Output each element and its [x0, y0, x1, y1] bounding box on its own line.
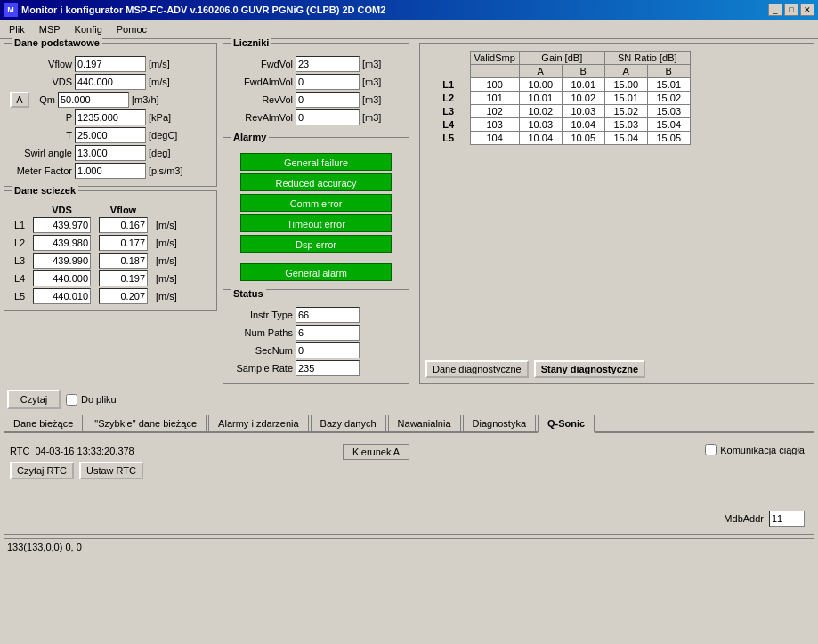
tab-dane-biezace[interactable]: Dane bieżące: [4, 415, 83, 431]
table-l4-gain-a: 10.03: [519, 118, 562, 132]
qm-label: Qm: [32, 94, 55, 105]
diag-buttons-row: Dane diagnostyczne Stany diagnostyczne: [425, 360, 645, 378]
tab-alarmy[interactable]: Alarmy i zdarzenia: [208, 415, 308, 431]
sample-rate-input[interactable]: [296, 360, 360, 376]
sciezek-l2-vflow[interactable]: [99, 235, 148, 251]
sciezek-l5-vflow[interactable]: [99, 288, 148, 304]
tab-bazy[interactable]: Bazy danych: [311, 415, 386, 431]
left-col: Dane podstawowe Vflow [m/s] VDS [m/s]: [4, 43, 217, 384]
czytaj-button[interactable]: Czytaj: [7, 390, 61, 409]
secnum-label: SecNum: [229, 345, 293, 356]
field-meter-factor: Meter Factor [pls/m3]: [10, 163, 211, 179]
status-bar: 133(133,0,0) 0, 0: [4, 538, 814, 554]
menu-msp[interactable]: MSP: [32, 22, 68, 36]
qm-input[interactable]: [58, 92, 129, 108]
dsp-error-button[interactable]: Dsp error: [240, 235, 392, 253]
table-l4-sn-b: 15.04: [647, 118, 690, 132]
maximize-button[interactable]: □: [784, 4, 798, 16]
table-l4-label: L4: [427, 118, 470, 132]
vds-input[interactable]: [75, 74, 146, 90]
field-revvol: RevVol [m3]: [229, 92, 403, 108]
table-l1-gain-b: 10.01: [562, 78, 604, 92]
stany-diagnostyczne-button[interactable]: Stany diagnostyczne: [534, 360, 645, 378]
table-l1-sn-b: 15.01: [647, 78, 690, 92]
empty-header: [427, 52, 470, 65]
close-button[interactable]: ✕: [800, 4, 814, 16]
czytaj-row: Czytaj Do pliku: [4, 388, 814, 411]
num-paths-input[interactable]: [296, 325, 360, 341]
fwdvol-input[interactable]: [296, 56, 360, 72]
sciezek-l5-label: L5: [10, 287, 29, 305]
table-l3-gain-a: 10.02: [519, 105, 562, 118]
fwdvol-label: FwdVol: [229, 59, 293, 69]
instr-type-input[interactable]: [296, 307, 360, 323]
menu-plik[interactable]: Plik: [2, 22, 32, 36]
general-alarm-button[interactable]: General alarm: [240, 263, 392, 281]
gain-b-header: B: [562, 65, 604, 78]
sciezek-l1-vflow[interactable]: [99, 217, 148, 233]
czytaj-rtc-button[interactable]: Czytaj RTC: [10, 462, 74, 479]
minimize-button[interactable]: _: [768, 4, 782, 16]
menu-pomoc[interactable]: Pomoc: [109, 22, 154, 36]
meter-factor-input[interactable]: [75, 163, 146, 179]
p-input[interactable]: [75, 109, 146, 125]
sciezek-l2-unit: [m/s]: [152, 234, 181, 252]
tab-diagnostyka[interactable]: Diagnostyka: [463, 415, 537, 431]
field-swirl: Swirl angle [deg]: [10, 145, 211, 161]
table-row-l3: L3 102 10.02 10.03 15.02 15.03: [427, 105, 690, 118]
p-unit: [kPa]: [149, 112, 171, 123]
fwdvol-unit: [m3]: [362, 59, 381, 69]
tab-szybkie[interactable]: "Szybkie" dane bieżące: [85, 415, 207, 431]
comm-error-button[interactable]: Comm error: [240, 194, 392, 212]
table-l2-sn-b: 15.02: [647, 92, 690, 105]
sciezek-l4-vds[interactable]: [33, 270, 91, 286]
dane-diagnostyczne-button[interactable]: Dane diagnostyczne: [425, 360, 529, 378]
vflow-input[interactable]: [75, 56, 146, 72]
timeout-error-button[interactable]: Timeout error: [240, 214, 392, 232]
mdb-addr-input[interactable]: [769, 511, 805, 527]
sciezek-l2-vds[interactable]: [33, 235, 91, 251]
field-sample-rate: Sample Rate: [229, 360, 403, 376]
dane-sciezek-title: Dane sciezek: [12, 185, 78, 196]
revalmvol-input[interactable]: [296, 109, 360, 125]
sciezek-l5-vds[interactable]: [33, 288, 91, 304]
rtc-label: RTC: [10, 446, 29, 456]
ustaw-rtc-button[interactable]: Ustaw RTC: [79, 462, 143, 479]
status-group: Status Instr Type Num Paths SecNum S: [223, 294, 409, 384]
do-pliku-checkbox[interactable]: [66, 394, 77, 406]
general-failure-button[interactable]: General failure: [240, 153, 392, 171]
reduced-accuracy-button[interactable]: Reduced accuracy: [240, 173, 392, 191]
right-table-col: ValidSmp Gain [dB] SN Ratio [dB] A B A B: [419, 43, 814, 384]
dane-podstawowe-group: Dane podstawowe Vflow [m/s] VDS [m/s]: [4, 43, 217, 187]
revvol-input[interactable]: [296, 92, 360, 108]
sciezek-vflow-header: Vflow: [94, 204, 152, 216]
app-icon: M: [4, 3, 18, 17]
t-input[interactable]: [75, 127, 146, 143]
table-l2-validsmp: 101: [470, 92, 519, 105]
field-revalmvol: RevAlmVol [m3]: [229, 109, 403, 125]
sn-ratio-header: SN Ratio [dB]: [604, 52, 690, 65]
fwdalmvol-unit: [m3]: [362, 76, 381, 87]
secnum-input[interactable]: [296, 342, 360, 358]
a-button[interactable]: A: [10, 92, 29, 108]
sciezek-l3-vds[interactable]: [33, 253, 91, 269]
tab-qsonic[interactable]: Q-Sonic: [538, 415, 595, 433]
table-l5-gain-a: 10.04: [519, 132, 562, 145]
field-t: T [degC]: [10, 127, 211, 143]
swirl-input[interactable]: [75, 145, 146, 161]
sciezek-l1-unit: [m/s]: [152, 216, 181, 234]
komunikacja-ciagla-checkbox[interactable]: [705, 444, 717, 455]
field-num-paths: Num Paths: [229, 325, 403, 341]
sciezek-l1-vds[interactable]: [33, 217, 91, 233]
rtc-value: 04-03-16 13:33:20.378: [35, 446, 134, 456]
sciezek-l3-vflow[interactable]: [99, 253, 148, 269]
revalmvol-unit: [m3]: [362, 112, 381, 123]
fwdalmvol-input[interactable]: [296, 74, 360, 90]
field-qm: A Qm [m3/h]: [10, 92, 211, 108]
tab-nawanialnia[interactable]: Nawanialnia: [388, 415, 461, 431]
field-p: P [kPa]: [10, 109, 211, 125]
menu-konfig[interactable]: Konfig: [68, 22, 109, 36]
sciezek-l4-vflow[interactable]: [99, 270, 148, 286]
swirl-unit: [deg]: [149, 148, 170, 158]
table-l1-gain-a: 10.00: [519, 78, 562, 92]
